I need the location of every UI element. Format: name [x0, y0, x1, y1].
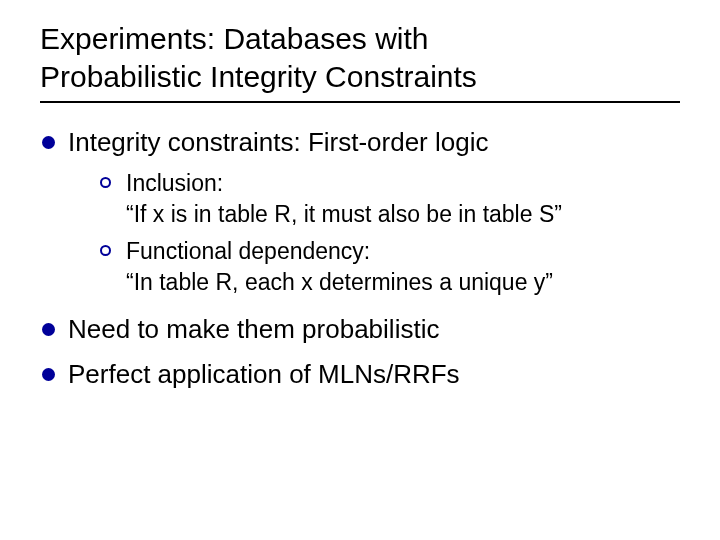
slide: Experiments: Databases with Probabilisti…: [0, 0, 720, 540]
bullet-item-1: Integrity constraints: First-order logic…: [42, 125, 680, 298]
bullet-item-2: Need to make them probabilistic: [42, 312, 680, 347]
bullet-item-3-text: Perfect application of MLNs/RRFs: [68, 359, 460, 389]
bullet-list-level-1: Integrity constraints: First-order logic…: [42, 125, 680, 392]
bullet-item-1-text: Integrity constraints: First-order logic: [68, 127, 488, 157]
slide-title: Experiments: Databases with Probabilisti…: [40, 20, 680, 95]
sub-bullet-inclusion-quote: “If x is in table R, it must also be in …: [126, 199, 680, 230]
bullet-item-2-text: Need to make them probabilistic: [68, 314, 439, 344]
title-line-2: Probabilistic Integrity Constraints: [40, 60, 477, 93]
bullet-list-level-2: Inclusion: “If x is in table R, it must …: [100, 168, 680, 298]
sub-bullet-inclusion-label: Inclusion:: [126, 168, 680, 199]
sub-bullet-fd-label: Functional dependency:: [126, 236, 680, 267]
bullet-item-3: Perfect application of MLNs/RRFs: [42, 357, 680, 392]
sub-bullet-inclusion: Inclusion: “If x is in table R, it must …: [100, 168, 680, 230]
title-line-1: Experiments: Databases with: [40, 22, 429, 55]
sub-bullet-functional-dependency: Functional dependency: “In table R, each…: [100, 236, 680, 298]
sub-bullet-fd-quote: “In table R, each x determines a unique …: [126, 267, 680, 298]
title-underline: [40, 101, 680, 103]
